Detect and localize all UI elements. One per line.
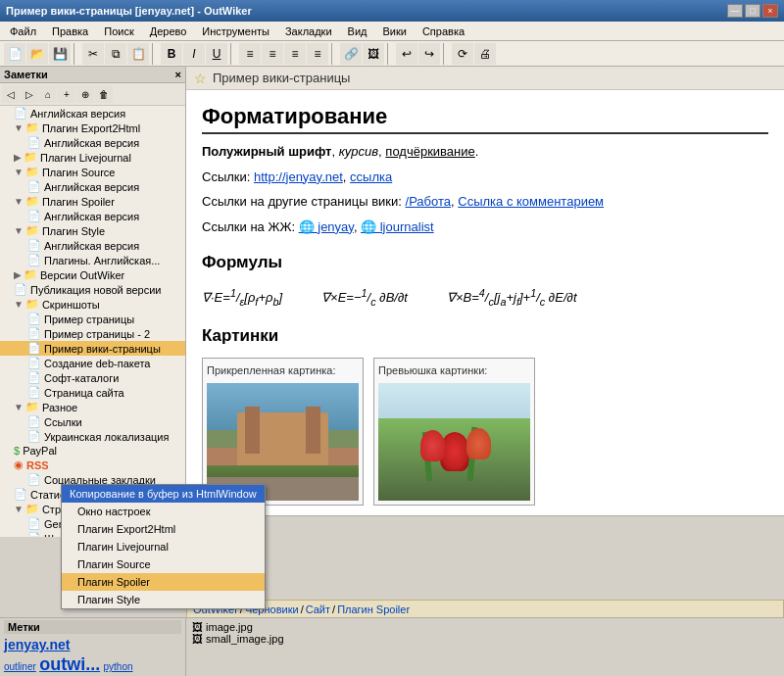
link-ssylka[interactable]: ссылка (350, 169, 392, 184)
tree-item-misc[interactable]: ▼ 📁 Разное (0, 400, 185, 414)
tree-item-anglv4[interactable]: 📄 Английская версия (0, 209, 185, 223)
sidebar-delete-button[interactable]: 🗑 (95, 85, 113, 103)
page-icon: 📄 (27, 180, 41, 193)
new-button[interactable]: 📄 (4, 43, 25, 65)
tree-item-sitepage[interactable]: 📄 Страница сайта (0, 385, 185, 400)
jj-link-journalist[interactable]: 🌐 ljournalist (361, 219, 434, 234)
menu-help[interactable]: Справка (416, 24, 470, 39)
align-right-button[interactable]: ≡ (284, 43, 306, 65)
paste-button[interactable]: 📋 (127, 43, 149, 65)
tree-item-paypal[interactable]: $ PayPal (0, 444, 185, 458)
link-button[interactable]: 🔗 (340, 43, 362, 65)
tree-item-rss[interactable]: ◉ RSS (0, 458, 185, 472)
menu-wiki[interactable]: Вики (376, 24, 412, 39)
tree-label: Публикация новой версии (30, 284, 162, 296)
tree-item-links[interactable]: 📄 Ссылки (0, 414, 185, 429)
tree-item-sample1[interactable]: 📄 Пример страницы (0, 312, 185, 326)
tree-item-spoiler[interactable]: ▼ 📁 Плагин Spoiler (0, 194, 185, 209)
tree-item-wiki-sample[interactable]: 📄 Пример вики-страницы (0, 341, 185, 356)
jj-link-jenyay[interactable]: 🌐 jenyay (299, 219, 354, 234)
tree-item-anglv3[interactable]: 📄 Английская версия (0, 179, 185, 194)
tree-item-screenshots[interactable]: ▼ 📁 Скриншоты (0, 297, 185, 312)
tag-python[interactable]: python (104, 661, 133, 672)
tree-item-export2html[interactable]: ▼ 📁 Плагин Export2Html (0, 121, 185, 135)
tag-outliner[interactable]: outliner (4, 661, 36, 672)
align-center-button[interactable]: ≡ (262, 43, 283, 65)
ctx-item-export2html[interactable]: Плагин Export2Html (62, 520, 265, 538)
minimize-button[interactable]: — (727, 4, 743, 18)
print-button[interactable]: 🖨 (474, 43, 496, 65)
sidebar-add-button[interactable]: + (58, 85, 75, 103)
link-jenyay[interactable]: http://jenyay.net (254, 169, 343, 184)
tree-item-anglv1[interactable]: 📄 Английская версия (0, 106, 185, 121)
menu-tree[interactable]: Дерево (144, 24, 193, 39)
tree-item-deb[interactable]: 📄 Создание deb-пакета (0, 356, 185, 370)
tree-item-soft[interactable]: 📄 Софт-каталоги (0, 370, 185, 385)
tree-item-versions[interactable]: ▶ 📁 Версии OutWiker (0, 267, 185, 282)
wiki-link-comment[interactable]: Ссылка с комментарием (458, 194, 604, 209)
toolbar-sep-3 (230, 43, 236, 65)
align-justify-button[interactable]: ≡ (307, 43, 328, 65)
italic-button[interactable]: I (183, 43, 205, 65)
cut-button[interactable]: ✂ (82, 43, 104, 65)
wiki-link-rabota[interactable]: /Работа (406, 194, 452, 209)
tags-site-label: jenyay.net (4, 637, 181, 652)
open-button[interactable]: 📂 (26, 43, 48, 65)
tag-jenyay[interactable]: jenyay.net (4, 637, 70, 652)
page-icon: 📄 (27, 430, 41, 443)
tree-item-livejournal[interactable]: ▶ 📁 Плагин Livejournal (0, 150, 185, 165)
expand-icon: ▼ (14, 167, 24, 177)
tree-item-publish[interactable]: 📄 Публикация новой версии (0, 282, 185, 297)
ctx-item-style[interactable]: Плагин Style (62, 591, 265, 608)
menu-edit[interactable]: Правка (46, 24, 94, 39)
sidebar-forward-button[interactable]: ▷ (21, 85, 38, 103)
ctx-item-livejournal[interactable]: Плагин Livejournal (62, 538, 265, 555)
tree-item-anglv2[interactable]: 📄 Английская версия (0, 135, 185, 150)
bookmark-star[interactable]: ☆ (194, 71, 207, 86)
sidebar-back-button[interactable]: ◁ (2, 85, 20, 103)
tree-item-sample2[interactable]: 📄 Пример страницы - 2 (0, 326, 185, 341)
formulas-title: Формулы (202, 250, 768, 275)
title-bar: Пример вики-страницы [jenyay.net] - OutW… (0, 0, 784, 22)
menu-tools[interactable]: Инструменты (196, 24, 275, 39)
tree-item-plugins-en[interactable]: 📄 Плагины. Английская... (0, 253, 185, 267)
image-button[interactable]: 🖼 (363, 43, 384, 65)
formula-1: ∇·E=1/ε[ρf+ρb] (202, 285, 282, 310)
content-area: ☆ Пример вики-страницы Форматирование По… (186, 67, 784, 537)
menu-view[interactable]: Вид (342, 24, 373, 39)
save-button[interactable]: 💾 (49, 43, 71, 65)
sidebar-new-child-button[interactable]: ⊕ (76, 85, 94, 103)
sidebar-home-button[interactable]: ⌂ (39, 85, 57, 103)
folder-icon: 📁 (25, 503, 39, 515)
bc-site[interactable]: Сайт (306, 604, 330, 615)
bc-sep-2: / (301, 604, 304, 615)
sidebar-toolbar: ◁ ▷ ⌂ + ⊕ 🗑 (0, 83, 185, 106)
undo-button[interactable]: ↩ (396, 43, 417, 65)
wiki-links-label: Ссылки на другие страницы вики: (202, 194, 406, 209)
sidebar-header: Заметки × (0, 67, 185, 83)
tree-item-style[interactable]: ▼ 📁 Плагин Style (0, 223, 185, 238)
tree-item-anglv5[interactable]: 📄 Английская версия (0, 238, 185, 253)
reload-button[interactable]: ⟳ (452, 43, 473, 65)
toolbar-sep-5 (387, 43, 393, 65)
ctx-item-settings[interactable]: Окно настроек (62, 503, 265, 520)
bc-plugin-spoiler[interactable]: Плагин Spoiler (337, 604, 410, 615)
sidebar-close-button[interactable]: × (175, 69, 181, 80)
tree-item-ukr[interactable]: 📄 Украинская локализация (0, 429, 185, 444)
ctx-item-spoiler[interactable]: Плагин Spoiler (62, 573, 265, 591)
menu-file[interactable]: Файл (4, 24, 42, 39)
tag-outwiker[interactable]: outwi... (39, 654, 100, 674)
tree-item-source[interactable]: ▼ 📁 Плагин Source (0, 165, 185, 179)
ctx-item-source[interactable]: Плагин Source (62, 555, 265, 573)
maximize-button[interactable]: □ (745, 4, 760, 18)
copy-button[interactable]: ⧉ (105, 43, 126, 65)
close-button[interactable]: × (762, 4, 778, 18)
bold-button[interactable]: B (161, 43, 182, 65)
menu-bookmarks[interactable]: Закладки (279, 24, 338, 39)
align-left-button[interactable]: ≡ (239, 43, 261, 65)
folder-icon: 📁 (25, 166, 39, 178)
menu-search[interactable]: Поиск (98, 24, 139, 39)
redo-button[interactable]: ↪ (418, 43, 440, 65)
thumbnail-label: Превьюшка картинки: (378, 362, 530, 379)
underline-button[interactable]: U (206, 43, 227, 65)
